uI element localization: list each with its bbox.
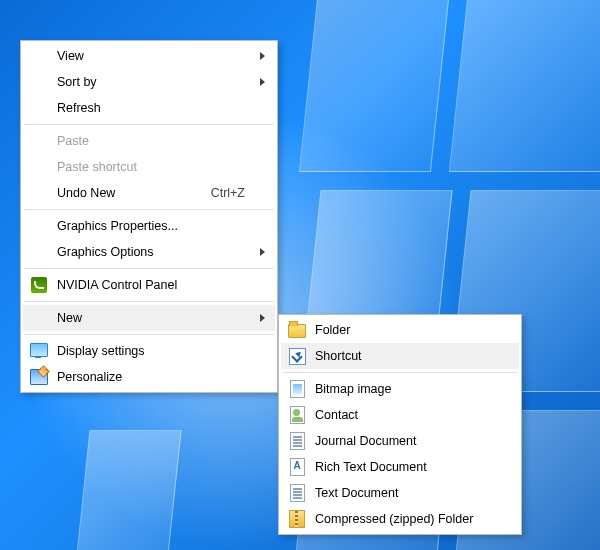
menu-item-label: Text Document — [315, 486, 489, 500]
submenu-item-zip[interactable]: Compressed (zipped) Folder — [281, 506, 519, 532]
menu-item-label: Refresh — [57, 101, 245, 115]
menu-item-label: Sort by — [57, 75, 245, 89]
text-document-icon — [288, 484, 306, 502]
menu-item-label: Shortcut — [315, 349, 489, 363]
personalize-icon — [30, 368, 48, 386]
menu-item-label: Graphics Options — [57, 245, 245, 259]
menu-item-label: Undo New — [57, 186, 195, 200]
menu-separator — [24, 301, 274, 302]
menu-item-label: Contact — [315, 408, 489, 422]
submenu-item-folder[interactable]: Folder — [281, 317, 519, 343]
bitmap-image-icon — [288, 380, 306, 398]
menu-item-graphics-properties[interactable]: Graphics Properties... — [23, 213, 275, 239]
menu-item-display-settings[interactable]: Display settings — [23, 338, 275, 364]
menu-item-accelerator: Ctrl+Z — [211, 186, 245, 200]
menu-separator — [24, 124, 274, 125]
submenu-item-journal[interactable]: Journal Document — [281, 428, 519, 454]
menu-item-paste: Paste — [23, 128, 275, 154]
submenu-item-rtf[interactable]: Rich Text Document — [281, 454, 519, 480]
menu-item-label: Display settings — [57, 344, 245, 358]
journal-document-icon — [288, 432, 306, 450]
menu-item-label: Personalize — [57, 370, 245, 384]
submenu-item-text[interactable]: Text Document — [281, 480, 519, 506]
nvidia-icon — [30, 276, 48, 294]
submenu-item-contact[interactable]: Contact — [281, 402, 519, 428]
new-submenu: Folder Shortcut Bitmap image Contact Jou… — [278, 314, 522, 535]
menu-item-refresh[interactable]: Refresh — [23, 95, 275, 121]
menu-item-graphics-options[interactable]: Graphics Options — [23, 239, 275, 265]
rich-text-document-icon — [288, 458, 306, 476]
menu-item-label: Paste shortcut — [57, 160, 245, 174]
submenu-item-shortcut[interactable]: Shortcut — [281, 343, 519, 369]
chevron-right-icon — [260, 78, 265, 86]
menu-separator — [282, 372, 518, 373]
menu-item-label: Rich Text Document — [315, 460, 489, 474]
display-settings-icon — [30, 342, 48, 360]
menu-separator — [24, 209, 274, 210]
menu-item-paste-shortcut: Paste shortcut — [23, 154, 275, 180]
menu-item-label: New — [57, 311, 245, 325]
menu-item-nvidia-control-panel[interactable]: NVIDIA Control Panel — [23, 272, 275, 298]
menu-item-label: NVIDIA Control Panel — [57, 278, 245, 292]
menu-item-personalize[interactable]: Personalize — [23, 364, 275, 390]
menu-item-label: Graphics Properties... — [57, 219, 245, 233]
menu-item-label: Folder — [315, 323, 489, 337]
menu-item-new[interactable]: New — [23, 305, 275, 331]
compressed-folder-icon — [288, 510, 306, 528]
menu-item-undo-new[interactable]: Undo New Ctrl+Z — [23, 180, 275, 206]
menu-item-label: View — [57, 49, 245, 63]
contact-icon — [288, 406, 306, 424]
submenu-item-bitmap[interactable]: Bitmap image — [281, 376, 519, 402]
menu-item-view[interactable]: View — [23, 43, 275, 69]
menu-item-label: Compressed (zipped) Folder — [315, 512, 489, 526]
shortcut-icon — [288, 347, 306, 365]
folder-icon — [288, 321, 306, 339]
menu-separator — [24, 268, 274, 269]
desktop-context-menu: View Sort by Refresh Paste Paste shortcu… — [20, 40, 278, 393]
menu-separator — [24, 334, 274, 335]
menu-item-sort-by[interactable]: Sort by — [23, 69, 275, 95]
menu-item-label: Bitmap image — [315, 382, 489, 396]
chevron-right-icon — [260, 314, 265, 322]
chevron-right-icon — [260, 248, 265, 256]
menu-item-label: Paste — [57, 134, 245, 148]
chevron-right-icon — [260, 52, 265, 60]
menu-item-label: Journal Document — [315, 434, 489, 448]
